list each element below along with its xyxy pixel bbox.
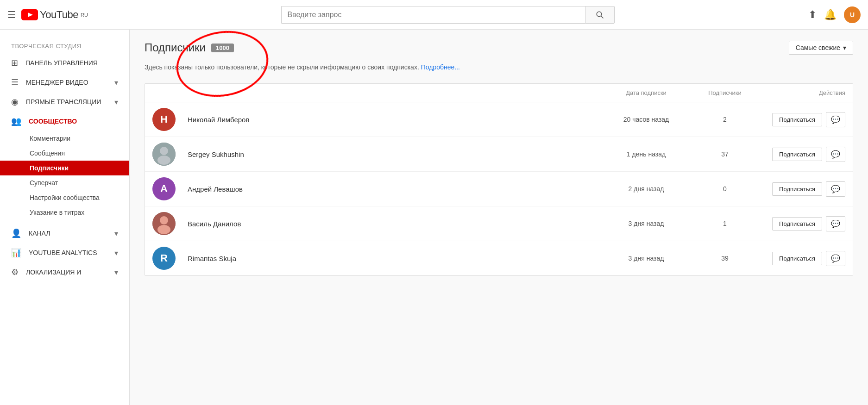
message-btn-sergey[interactable]: 💬 xyxy=(826,147,845,162)
sidebar-sub-subscribers[interactable]: Подписчики xyxy=(0,161,129,175)
sidebar-item-community[interactable]: 👥 СООБЩЕСТВО xyxy=(0,112,129,131)
subs-andrey: 0 xyxy=(688,185,762,193)
message-btn-andrey[interactable]: 💬 xyxy=(826,181,845,197)
youtube-logo[interactable]: YouTubeRU xyxy=(21,9,88,21)
bell-icon[interactable]: 🔔 xyxy=(824,9,837,21)
sidebar: ТВОРЧЕСКАЯ СТУДИЯ ⊞ ПАНЕЛЬ УПРАВЛЕНИЯ ☰ … xyxy=(0,30,130,405)
sort-label: Самые свежие xyxy=(796,44,840,51)
nav-right: ⬆ 🔔 U xyxy=(808,6,861,23)
user-avatar[interactable]: U xyxy=(844,6,861,23)
sidebar-sub-comments[interactable]: Комментарии xyxy=(0,131,129,146)
subscriber-name-rimantas: Rimantas Skuja xyxy=(180,255,604,262)
sidebar-item-live[interactable]: ◉ ПРЯМЫЕ ТРАНСЛЯЦИИ ▾ xyxy=(0,92,129,112)
nav-left: ☰ YouTubeRU xyxy=(7,9,88,21)
chevron-down-channel: ▾ xyxy=(114,229,118,238)
subscribe-btn-rimantas[interactable]: Подписаться xyxy=(772,252,822,265)
date-sergey: 1 день назад xyxy=(604,150,688,158)
search-input[interactable] xyxy=(281,6,585,24)
search-icon xyxy=(596,11,604,19)
search-bar xyxy=(103,6,793,24)
svg-point-6 xyxy=(157,156,170,165)
svg-point-5 xyxy=(160,147,168,155)
sidebar-label-video-manager: МЕНЕДЖЕР ВИДЕО xyxy=(26,79,88,86)
subs-vasyl: 1 xyxy=(688,220,762,227)
sidebar-item-localization[interactable]: ⚙ ЛОКАЛИЗАЦИЯ И ▾ xyxy=(0,262,129,282)
sort-chevron-icon: ▾ xyxy=(843,44,846,51)
col-avatar-header xyxy=(152,89,180,96)
sidebar-item-video-manager[interactable]: ☰ МЕНЕДЖЕР ВИДЕО ▾ xyxy=(0,73,129,92)
sidebar-label-localization: ЛОКАЛИЗАЦИЯ И xyxy=(26,268,81,276)
sort-dropdown[interactable]: Самые свежие ▾ xyxy=(789,41,853,55)
message-btn-rimantas[interactable]: 💬 xyxy=(826,251,845,266)
page-title-row: Подписчики 1000 xyxy=(145,41,234,54)
date-andrey: 2 дня назад xyxy=(604,185,688,193)
svg-line-3 xyxy=(601,16,604,18)
search-input-wrap xyxy=(281,6,615,24)
avatar-andrey: А xyxy=(152,177,180,200)
avatar-vasyl xyxy=(152,212,180,235)
avatar-photo-vasyl xyxy=(152,212,176,235)
page-header: Подписчики 1000 Самые свежие ▾ xyxy=(145,41,853,55)
sidebar-item-analytics[interactable]: 📊 YOUTUBE ANALYTICS ▾ xyxy=(0,243,129,262)
avatar-photo-sergey xyxy=(152,143,176,166)
table-row: Sergey Sukhushin 1 день назад 37 Подписа… xyxy=(145,137,853,172)
learn-more-link[interactable]: Подробнее... xyxy=(421,63,460,71)
subs-sergey: 37 xyxy=(688,150,762,158)
dashboard-icon: ⊞ xyxy=(11,58,18,68)
subs-nikolai: 2 xyxy=(688,116,762,123)
youtube-logo-icon xyxy=(21,9,38,20)
subscribe-btn-andrey[interactable]: Подписаться xyxy=(772,182,822,196)
avatar-rimantas: R xyxy=(152,247,180,270)
upload-icon[interactable]: ⬆ xyxy=(808,9,817,21)
page-title: Подписчики xyxy=(145,41,206,54)
chevron-down-localization: ▾ xyxy=(114,268,118,277)
col-date-header: Дата подписки xyxy=(604,89,688,96)
channel-icon: 👤 xyxy=(11,228,21,238)
top-nav: ☰ YouTubeRU ⬆ 🔔 U xyxy=(0,0,868,30)
sidebar-item-channel[interactable]: 👤 КАНАЛ ▾ xyxy=(0,224,129,243)
subscribe-btn-sergey[interactable]: Подписаться xyxy=(772,148,822,161)
sidebar-label-analytics: YOUTUBE ANALYTICS xyxy=(29,249,97,256)
table-row: А Андрей Левашов 2 дня назад 0 Подписать… xyxy=(145,172,853,206)
sidebar-sub-superchat[interactable]: Суперчат xyxy=(0,175,129,190)
sidebar-sub-community-settings[interactable]: Настройки сообщества xyxy=(0,190,129,205)
table-row: Василь Данилов 3 дня назад 1 Подписаться… xyxy=(145,206,853,241)
video-manager-icon: ☰ xyxy=(11,77,19,87)
subscribe-btn-nikolai[interactable]: Подписаться xyxy=(772,113,822,126)
actions-rimantas: Подписаться 💬 xyxy=(762,251,845,266)
logo-ru: RU xyxy=(81,12,88,18)
community-icon: 👥 xyxy=(11,116,21,126)
svg-point-2 xyxy=(597,12,602,17)
actions-nikolai: Подписаться 💬 xyxy=(762,112,845,127)
studio-label: ТВОРЧЕСКАЯ СТУДИЯ xyxy=(0,35,129,53)
table-row: R Rimantas Skuja 3 дня назад 39 Подписат… xyxy=(145,241,853,275)
actions-andrey: Подписаться 💬 xyxy=(762,181,845,197)
localization-icon: ⚙ xyxy=(11,267,19,277)
date-nikolai: 20 часов назад xyxy=(604,116,688,123)
message-btn-vasyl[interactable]: 💬 xyxy=(826,216,845,231)
date-vasyl: 3 дня назад xyxy=(604,220,688,227)
layout: ТВОРЧЕСКАЯ СТУДИЯ ⊞ ПАНЕЛЬ УПРАВЛЕНИЯ ☰ … xyxy=(0,30,868,405)
sidebar-label-live: ПРЯМЫЕ ТРАНСЛЯЦИИ xyxy=(26,98,101,106)
chevron-down-analytics: ▾ xyxy=(114,249,118,257)
chevron-down-icon-live: ▾ xyxy=(114,98,118,106)
col-actions-header: Действия xyxy=(762,89,845,96)
subs-rimantas: 39 xyxy=(688,255,762,262)
subscriber-count-badge: 1000 xyxy=(211,44,234,52)
col-subs-header: Подписчики xyxy=(688,89,762,96)
table-header: Дата подписки Подписчики Действия xyxy=(145,84,853,102)
sidebar-item-dashboard[interactable]: ⊞ ПАНЕЛЬ УПРАВЛЕНИЯ xyxy=(0,53,129,73)
avatar-nikolai: Н xyxy=(152,108,180,131)
message-btn-nikolai[interactable]: 💬 xyxy=(826,112,845,127)
sidebar-sub-messages[interactable]: Сообщения xyxy=(0,146,129,161)
col-name-header xyxy=(180,89,604,96)
hamburger-icon[interactable]: ☰ xyxy=(7,9,16,20)
sidebar-sub-credits[interactable]: Указание в титрах xyxy=(0,205,129,220)
search-button[interactable] xyxy=(585,6,615,24)
subscribe-btn-vasyl[interactable]: Подписаться xyxy=(772,217,822,231)
actions-sergey: Подписаться 💬 xyxy=(762,147,845,162)
avatar-sergey xyxy=(152,143,180,166)
subscriber-name-sergey: Sergey Sukhushin xyxy=(180,150,604,158)
main-content: Подписчики 1000 Самые свежие ▾ Здесь пок… xyxy=(130,30,868,405)
date-rimantas: 3 дня назад xyxy=(604,255,688,262)
